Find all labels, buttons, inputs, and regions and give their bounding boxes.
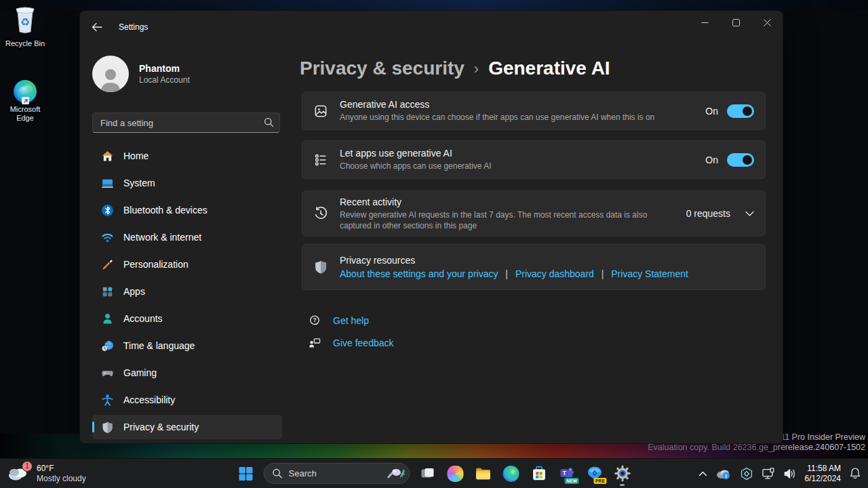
breadcrumb-chevron-icon: › [474, 60, 479, 78]
sidebar-item-network-internet[interactable]: Network & internet [92, 225, 282, 249]
system-tray: i 11:58 AM 6/12/2024 [698, 459, 861, 488]
wallpaper-top-strip [0, 0, 868, 10]
settings-gear-icon [614, 465, 631, 482]
start-button[interactable] [236, 464, 256, 484]
give-feedback-link[interactable]: Give feedback [307, 334, 783, 352]
account-summary[interactable]: Phantom Local Account [92, 56, 289, 92]
setting-card-privacy-resources: Privacy resources About these settings a… [302, 244, 766, 290]
onedrive-icon[interactable]: i [715, 468, 732, 480]
back-button[interactable] [86, 16, 108, 38]
maximize-button[interactable] [720, 11, 751, 34]
home-icon [100, 149, 114, 163]
sidebar-item-label: System [123, 178, 155, 188]
dev-home-button[interactable]: PRE [585, 464, 605, 484]
weather-widget[interactable]: 1 60°F Mostly cloudy [7, 459, 86, 488]
recycle-bin-icon: ♻ [12, 6, 39, 35]
teams-button[interactable]: T NEW [557, 464, 577, 484]
account-name: Phantom [139, 63, 190, 74]
desktop-icon-label: Microsoft Edge [1, 105, 50, 123]
minimize-button[interactable] [689, 11, 720, 34]
taskbar-search[interactable]: Search [264, 463, 410, 484]
file-explorer-button[interactable] [473, 464, 494, 484]
settings-window: Settings [79, 10, 783, 444]
let-apps-use-generative-ai-toggle[interactable] [727, 153, 754, 167]
desktop-icon-label: Recycle Bin [1, 39, 50, 48]
taskbar-search-label: Search [289, 468, 386, 479]
task-view-icon [420, 466, 436, 482]
generative-ai-access-toggle[interactable] [727, 104, 754, 118]
volume-icon[interactable] [783, 468, 797, 480]
insider-watermark-line2: Evaluation copy. Build 26236.ge_prerelea… [648, 443, 865, 452]
sidebar-item-label: Accessibility [123, 394, 175, 405]
toggle-state-label: On [705, 106, 718, 117]
link-privacy-statement[interactable]: Privacy Statement [611, 268, 688, 279]
sidebar-item-label: Accounts [123, 313, 163, 324]
system-icon [100, 176, 114, 190]
settings-search-input[interactable] [92, 113, 280, 133]
accessibility-icon [100, 393, 114, 407]
account-type: Local Account [139, 75, 190, 85]
get-help-link[interactable]: ? Get help [307, 312, 783, 329]
clock[interactable]: 11:58 AM 6/12/2024 [805, 464, 841, 484]
windows-logo-icon [238, 466, 254, 482]
setting-title: Let apps use generative AI [340, 148, 697, 159]
sidebar-item-accounts[interactable]: Accounts [92, 306, 282, 331]
shortcut-arrow-icon [22, 97, 29, 104]
minimize-icon [701, 19, 709, 26]
tray-overflow-chevron-icon[interactable] [698, 471, 707, 476]
sidebar-item-label: Bluetooth & devices [123, 205, 208, 216]
desktop-icon-edge[interactable]: Microsoft Edge [1, 80, 50, 123]
window-title: Settings [119, 22, 148, 32]
sidebar-item-gaming[interactable]: Gaming [92, 361, 282, 385]
sidebar-item-bluetooth-devices[interactable]: Bluetooth & devices [92, 198, 282, 222]
setting-title: Privacy resources [340, 255, 746, 266]
close-button[interactable] [751, 11, 783, 34]
sidebar-item-time-language[interactable]: Time & language [92, 333, 282, 358]
breadcrumb-parent[interactable]: Privacy & security [300, 58, 465, 79]
sidebar-item-system[interactable]: System [92, 171, 282, 195]
clock-date: 6/12/2024 [805, 474, 841, 484]
sidebar-item-label: Home [123, 150, 149, 161]
desktop: Windows 11 Pro Insider Preview Evaluatio… [0, 0, 868, 488]
microsoft-store-icon [530, 465, 547, 482]
sidebar-item-privacy-security[interactable]: Privacy & security [92, 415, 282, 439]
sidebar-item-personalization[interactable]: Personalization [92, 252, 282, 277]
tray-hexagon-icon[interactable] [740, 467, 753, 481]
link-separator: | [601, 268, 604, 279]
display-tray-icon[interactable] [762, 467, 775, 481]
sidebar-nav: Home System Bluetooth & devices [92, 144, 282, 439]
requests-count: 0 requests [686, 208, 730, 219]
settings-content: Privacy & security › Generative AI Gener… [289, 43, 783, 444]
svg-text:?: ? [313, 317, 316, 323]
copilot-button[interactable] [446, 464, 466, 484]
edge-button[interactable] [501, 464, 521, 484]
desktop-icon-recycle-bin[interactable]: ♻ Recycle Bin [1, 6, 50, 48]
setting-card-recent-activity[interactable]: Recent activity Review generative AI req… [302, 190, 766, 237]
microsoft-store-button[interactable] [529, 464, 549, 484]
edge-icon [503, 466, 519, 482]
settings-search [92, 113, 280, 133]
sidebar-item-home[interactable]: Home [92, 144, 282, 168]
weather-condition: Mostly cloudy [37, 474, 86, 484]
setting-title: Generative AI access [340, 99, 697, 110]
settings-taskbar-button[interactable] [612, 464, 633, 484]
chevron-down-icon[interactable] [745, 211, 754, 217]
give-feedback-label: Give feedback [333, 338, 394, 348]
setting-description: Review generative AI requests in the las… [340, 209, 658, 231]
task-view-button[interactable] [418, 464, 438, 484]
notifications-bell-icon[interactable] [849, 467, 861, 480]
apps-icon [100, 285, 114, 298]
setting-description: Anyone using this device can choose if t… [340, 112, 658, 123]
sidebar-item-label: Privacy & security [123, 422, 199, 432]
list-icon [313, 152, 328, 167]
taskbar: 1 60°F Mostly cloudy Search [0, 458, 868, 488]
bluetooth-icon [100, 203, 114, 217]
sidebar-item-apps[interactable]: Apps [92, 279, 282, 304]
gamepad-icon [100, 366, 114, 380]
search-icon[interactable] [264, 117, 274, 130]
link-about-settings-privacy[interactable]: About these settings and your privacy [340, 268, 498, 279]
search-icon [273, 468, 283, 479]
link-privacy-dashboard[interactable]: Privacy dashboard [515, 268, 594, 279]
back-arrow-icon [92, 22, 102, 32]
sidebar-item-accessibility[interactable]: Accessibility [92, 388, 282, 412]
